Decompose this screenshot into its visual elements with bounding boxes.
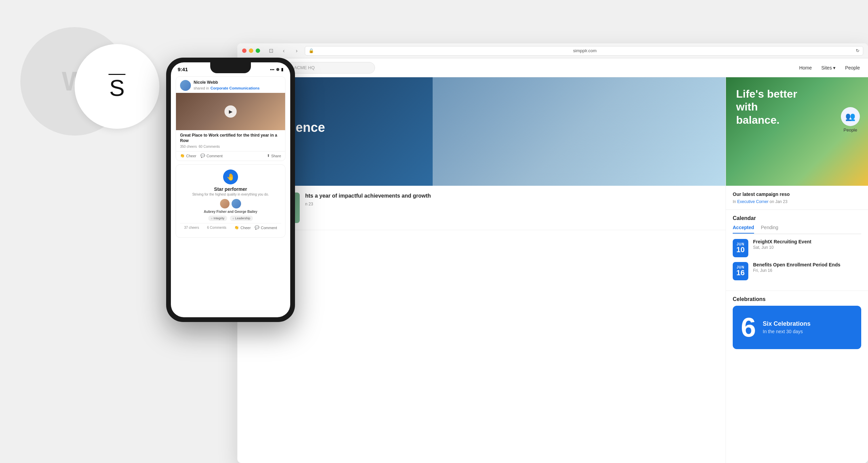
post-shared-line: shared in Corporate Communications — [194, 85, 260, 91]
campaign-meta: In Executive Corner on Jan 23 — [733, 199, 861, 204]
comment-action-1[interactable]: 💬 Comment — [200, 154, 223, 158]
news-title: hts a year of impactful achievements and… — [305, 193, 431, 200]
celebrations-card[interactable]: 6 Six Celebrations In the next 30 days — [733, 306, 861, 349]
celebrations-label: Six Celebrations — [763, 320, 811, 328]
people-icon-glyph: 👥 — [845, 112, 855, 121]
recognition-card: 🤚 Star performer Striving for the highes… — [176, 164, 285, 238]
celebrations-number: 6 — [741, 314, 756, 341]
event-info-2: Benefits Open Enrollment Period Ends Fri… — [753, 262, 840, 273]
calendar-tabs: Accepted Pending — [733, 225, 861, 234]
tab-pending[interactable]: Pending — [761, 225, 778, 234]
news-item: hts a year of impactful achievements and… — [245, 193, 717, 223]
play-button[interactable]: ▶ — [224, 105, 237, 118]
post-shared-text: shared in — [194, 86, 209, 90]
minimize-button[interactable] — [249, 48, 253, 53]
right-panel: Life's better with balance. Our latest c… — [726, 77, 868, 463]
s-logo-circle: S — [75, 44, 159, 129]
recognition-sub: Striving for the highest quality in ever… — [180, 193, 281, 196]
event-day-1: 10 — [736, 246, 745, 254]
close-button[interactable] — [242, 48, 246, 53]
phone-content: Nicole Webb shared in Corporate Communic… — [171, 74, 290, 244]
event-title-2: Benefits Open Enrollment Period Ends — [753, 262, 840, 267]
campaign-title: Our latest campaign reso — [733, 191, 861, 198]
content-area: our experience hts a year of impactful a… — [237, 77, 868, 463]
calendar-section: Calendar Accepted Pending JUN 10 Freight… — [726, 210, 868, 291]
post-avatar-1 — [180, 80, 191, 91]
recognition-badges: Integrity Leadership — [180, 216, 281, 221]
reload-icon[interactable]: ↻ — [856, 48, 860, 53]
rec-card-actions: 👏 Cheer 💬 Comment — [234, 225, 277, 230]
event-day-2: 16 — [736, 269, 745, 277]
phone-status-icons: ▪▪▪ ⊛ ▮ — [270, 67, 283, 72]
lifes-better-text: Life's better with balance. — [736, 87, 804, 126]
badge-leadership: Leadership — [230, 216, 253, 221]
nav-sites[interactable]: Sites ▾ — [821, 65, 835, 71]
lock-icon: 🔒 — [309, 48, 314, 53]
cheer-icon: 👏 — [180, 154, 185, 158]
celebrations-text: Six Celebrations In the next 30 days — [763, 320, 811, 335]
celebrations-section: Celebrations 6 Six Celebrations In the n… — [726, 291, 868, 355]
hero-person-image — [433, 77, 726, 186]
phone-frame: 9:41 ▪▪▪ ⊛ ▮ Nicole Webb shar — [166, 58, 295, 322]
post-actions-1: 👏 Cheer 💬 Comment ⬆ Share — [176, 151, 285, 161]
chevron-down-icon: ▾ — [833, 65, 835, 71]
post-header-1: Nicole Webb shared in Corporate Communic… — [176, 77, 285, 93]
maximize-button[interactable] — [256, 48, 260, 53]
navbar: ACME 🔍 Search ACME HQ Home Sites ▾ Peopl… — [237, 58, 868, 77]
rec-avatar-2 — [232, 199, 241, 208]
calendar-event-2: JUN 16 Benefits Open Enrollment Period E… — [733, 262, 861, 280]
main-content: our experience hts a year of impactful a… — [237, 77, 726, 463]
back-button[interactable]: ‹ — [279, 46, 289, 56]
event-title-1: FreightX Recruiting Event — [753, 239, 811, 244]
rec-comment-icon: 💬 — [255, 225, 259, 230]
s-logo-letter: S — [109, 76, 124, 99]
signal-icon: ▪▪▪ — [270, 67, 274, 72]
campaign-section: Our latest campaign reso In Executive Co… — [726, 186, 868, 210]
news-section: hts a year of impactful achievements and… — [237, 186, 726, 230]
forward-button[interactable]: › — [292, 46, 301, 56]
post-stats-1: 350 cheers 60 Comments — [180, 145, 281, 148]
event-info-1: FreightX Recruiting Event Sat, Jun 10 — [753, 239, 811, 250]
tab-accepted[interactable]: Accepted — [733, 225, 754, 234]
browser-window: ⊡ ‹ › 🔒 simpplr.com ↻ ACME 🔍 Search ACME… — [237, 43, 868, 463]
battery-icon: ▮ — [281, 67, 283, 72]
rec-card-stats: 37 cheers 6 Comments 👏 Cheer 💬 Comment — [180, 223, 281, 233]
event-badge-2: JUN 16 — [733, 262, 748, 280]
post-card-1: Nicole Webb shared in Corporate Communic… — [176, 76, 285, 161]
tabs-icon[interactable]: ⊡ — [266, 46, 276, 56]
people-text: People — [837, 127, 864, 133]
hand-icon: 🤚 — [226, 173, 235, 181]
recognition-avatars — [180, 199, 281, 208]
nav-people[interactable]: People — [845, 65, 860, 71]
post-channel-link[interactable]: Corporate Communications — [211, 86, 260, 90]
s-logo: S — [108, 74, 125, 99]
url-text: simpplr.com — [316, 48, 854, 53]
phone-time: 9:41 — [178, 66, 188, 72]
event-sub-2: Fri, Jun 16 — [753, 268, 840, 273]
badge-integrity: Integrity — [208, 216, 227, 221]
post-body-1: Great Place to Work certified for the th… — [176, 130, 285, 151]
rec-names: Aubrey Fisher and George Bailey — [180, 210, 281, 214]
navbar-links: Home Sites ▾ People — [799, 65, 860, 71]
browser-chrome: ⊡ ‹ › 🔒 simpplr.com ↻ — [237, 43, 868, 58]
campaign-channel-link[interactable]: Executive Corner — [737, 199, 768, 204]
traffic-lights — [242, 48, 260, 53]
rec-comment-action[interactable]: 💬 Comment — [255, 225, 277, 230]
nav-home[interactable]: Home — [799, 65, 812, 71]
comment-icon: 💬 — [200, 154, 205, 158]
event-badge-1: JUN 10 — [733, 239, 748, 257]
share-action-1[interactable]: ⬆ Share — [267, 154, 281, 158]
rec-avatar-1 — [220, 199, 230, 208]
post-image-1: ▶ — [176, 93, 285, 130]
people-sidebar[interactable]: 👥 People — [837, 107, 864, 133]
recognition-icon: 🤚 — [223, 169, 238, 184]
address-bar[interactable]: 🔒 simpplr.com ↻ — [305, 46, 863, 56]
share-icon: ⬆ — [267, 154, 270, 158]
calendar-title: Calendar — [733, 215, 861, 221]
cheer-action-1[interactable]: 👏 Cheer — [180, 154, 196, 158]
rec-cheer-icon: 👏 — [234, 225, 239, 230]
rec-cheer-action[interactable]: 👏 Cheer — [234, 225, 251, 230]
post-title-1: Great Place to Work certified for the th… — [180, 133, 281, 143]
celebrations-title: Celebrations — [733, 296, 861, 302]
recognition-title: Star performer — [180, 186, 281, 192]
